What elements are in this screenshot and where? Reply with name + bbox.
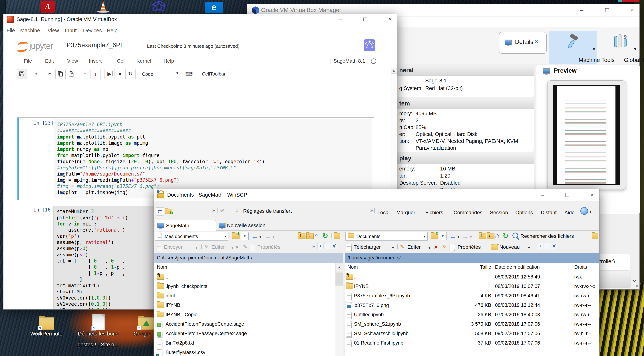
winscp-menu-commandes[interactable]: Commandes bbox=[454, 210, 482, 216]
select-all-button[interactable]: ∀ bbox=[331, 243, 337, 249]
delete-icon[interactable]: × bbox=[434, 243, 438, 251]
root-directory-icon[interactable]: / bbox=[487, 233, 494, 239]
filter-icon[interactable]: ▼ bbox=[240, 232, 248, 240]
winscp-menu-session[interactable]: Session bbox=[490, 210, 508, 216]
add-button[interactable]: + bbox=[537, 243, 543, 249]
left-scrollbar-up[interactable]: ▲ bbox=[336, 263, 343, 272]
notebook-title[interactable]: P375example7_6PI bbox=[66, 41, 122, 49]
vm-maximize-button[interactable]: □ bbox=[360, 15, 371, 23]
cell-type-select[interactable]: Code ▼ bbox=[139, 69, 181, 79]
global-tools-button[interactable]: Global Tools bbox=[601, 31, 640, 65]
add-cell-button[interactable]: + bbox=[31, 69, 41, 79]
open-directory-icon[interactable]: ↥ bbox=[232, 233, 240, 239]
save-button[interactable] bbox=[17, 69, 27, 79]
scroll-down-chevron-icon[interactable]: ⌄ bbox=[631, 275, 638, 284]
jupyter-menu-kernel[interactable]: Kernel bbox=[136, 58, 151, 64]
left-directory-combo[interactable]: Mes documents ▾ bbox=[155, 232, 228, 241]
winscp-menu-fichiers[interactable]: Fichiers bbox=[426, 210, 443, 216]
run-cell-button[interactable]: ▶ bbox=[104, 69, 114, 79]
root-directory-icon[interactable]: \ bbox=[306, 233, 314, 239]
edge-icon[interactable]: e bbox=[205, 2, 223, 13]
right-path-bar[interactable]: /home/sage/Documents/ bbox=[345, 253, 599, 263]
right-directory-combo[interactable]: Documents ▾ bbox=[346, 232, 428, 241]
vm-close-button[interactable]: × bbox=[385, 15, 396, 23]
winscp-menu-local[interactable]: Local bbox=[378, 210, 390, 216]
cell-toolbar-button[interactable]: CellToolbar bbox=[196, 69, 231, 79]
overflow-chevron[interactable]: » bbox=[370, 208, 373, 213]
jupyter-menu-cell[interactable]: Cell bbox=[117, 58, 126, 64]
transfer-settings-button[interactable]: Réglages de transfert bbox=[243, 208, 292, 214]
download-button[interactable]: Télécharger bbox=[354, 244, 381, 250]
file-row[interactable]: IPYNB08/03/2019 10:07:07rwxrwxr-x bbox=[345, 282, 599, 291]
overflow-chevron[interactable]: » bbox=[212, 208, 215, 213]
tab-sagemath[interactable]: SageMath bbox=[154, 220, 216, 231]
vm-menu-view[interactable]: View bbox=[48, 27, 59, 33]
back-icon[interactable]: ← bbox=[450, 233, 456, 240]
parent-directory-icon[interactable]: ↑ bbox=[479, 233, 486, 239]
remove-button[interactable]: − bbox=[324, 243, 330, 249]
globe-icon[interactable] bbox=[580, 207, 588, 215]
jupyter-menu-view[interactable]: View bbox=[67, 58, 78, 64]
home-icon[interactable]: ⌂ bbox=[314, 232, 319, 240]
machine-tools-dropdown-icon[interactable]: ▾ bbox=[593, 46, 595, 52]
send-button[interactable]: Envoyer bbox=[164, 244, 182, 250]
move-cell-down-button[interactable]: ↓ bbox=[90, 69, 101, 79]
adobe-reader-icon[interactable]: A bbox=[40, 0, 55, 13]
copy-cell-button[interactable] bbox=[56, 69, 66, 79]
back-icon[interactable]: ← bbox=[251, 233, 258, 240]
forward-icon[interactable]: → bbox=[462, 233, 469, 240]
winscp-titlebar[interactable]: ↓ Documents - SageMath - WinSCP – □ × bbox=[154, 189, 599, 201]
vm-titlebar[interactable]: Sage-8.1 [Running] - Oracle VM VirtualBo… bbox=[4, 14, 397, 25]
scroll-up-icon[interactable]: ▲ bbox=[392, 69, 396, 73]
machine-tools-button[interactable]: Machine Tools ▾ bbox=[549, 31, 596, 65]
back-dropdown-icon[interactable]: ▾ bbox=[260, 235, 261, 239]
left-list-header[interactable]: Nom ˆ bbox=[154, 263, 343, 272]
file-row[interactable]: P375example7_6PI.ipynb4 KB09/03/2019 08:… bbox=[345, 291, 599, 301]
add-button[interactable]: + bbox=[317, 243, 324, 249]
synchronize-icon[interactable]: ↻ bbox=[165, 209, 172, 214]
file-row[interactable]: ↰..08/03/2019 12:58:49rwx------ bbox=[345, 273, 599, 282]
winscp-menu-marquer[interactable]: Marquer bbox=[396, 210, 415, 216]
jupyter-menu-file[interactable]: File bbox=[24, 58, 32, 64]
search-files-button[interactable]: Rechercher des fichiers bbox=[520, 233, 574, 239]
open-directory-icon[interactable]: ↥ bbox=[431, 233, 438, 239]
file-row[interactable]: IPYNB bbox=[154, 301, 343, 310]
home-icon[interactable]: ⌂ bbox=[495, 232, 499, 240]
right-list-header[interactable]: Nom Taille Date de modification ˆ Droits bbox=[345, 263, 599, 272]
sync-browsing-icon[interactable]: ⇄ bbox=[156, 208, 164, 216]
vm-menu-file[interactable]: File bbox=[6, 27, 15, 33]
vm-menu-machine[interactable]: Machine bbox=[20, 27, 40, 33]
chevron-down-icon[interactable]: ▾ bbox=[590, 209, 592, 214]
back-dropdown-icon[interactable]: ▾ bbox=[458, 235, 460, 239]
forward-icon[interactable]: → bbox=[264, 233, 271, 240]
search-icon[interactable] bbox=[512, 233, 518, 238]
winscp-minimize-button[interactable]: – bbox=[537, 191, 548, 198]
new-button[interactable]: Nouveau bbox=[499, 244, 520, 250]
manager-maximize-button[interactable]: □ bbox=[602, 6, 612, 13]
refresh-icon[interactable]: ↻ bbox=[322, 232, 328, 240]
selected-file-box[interactable]: p375Ex7_6.png bbox=[345, 301, 400, 310]
overflow-chevron[interactable]: » bbox=[236, 208, 238, 213]
file-row[interactable]: p375Ex7_6.png476 KB08/03/2019 13:12:44rw… bbox=[345, 301, 599, 310]
vlc-icon[interactable] bbox=[96, 0, 110, 13]
filter-icon[interactable]: ▼ bbox=[439, 232, 447, 240]
directory-tree-icon[interactable] bbox=[334, 233, 340, 239]
winscp-menu-aide[interactable]: Aide bbox=[564, 210, 574, 216]
file-row[interactable]: ↰.. bbox=[154, 273, 343, 282]
winscp-menu-options[interactable]: Options bbox=[515, 210, 533, 216]
file-row[interactable]: SM_sphere_S2.ipynb3 579 KB09/02/2018 17:… bbox=[345, 320, 599, 329]
properties-button[interactable]: Propriétés bbox=[257, 244, 280, 250]
file-row[interactable]: AccidentPietonPassageCentre.sage bbox=[154, 320, 343, 329]
rename-icon[interactable]: ✎ bbox=[442, 243, 447, 250]
manager-minimize-button[interactable]: – bbox=[576, 6, 587, 13]
forward-dropdown-icon[interactable]: ▾ bbox=[470, 235, 472, 239]
file-row[interactable]: Untitled.ipynb26 KB07/03/2019 18:40:03rw… bbox=[345, 310, 599, 320]
winscp-maximize-button[interactable]: □ bbox=[562, 191, 573, 198]
code-cell[interactable]: In [23]:#P375example7_6PI.ipynb#########… bbox=[18, 117, 374, 200]
select-all-button[interactable]: ∀ bbox=[551, 243, 557, 249]
paste-cell-button[interactable] bbox=[66, 69, 76, 79]
resize-grip[interactable] bbox=[636, 285, 638, 287]
vm-menu-input[interactable]: Input bbox=[65, 27, 77, 33]
left-path-bar[interactable]: C:\Users\jean-pierre\Documents\SageMath\ bbox=[154, 253, 343, 263]
restart-kernel-button[interactable]: ↻ bbox=[126, 69, 136, 79]
